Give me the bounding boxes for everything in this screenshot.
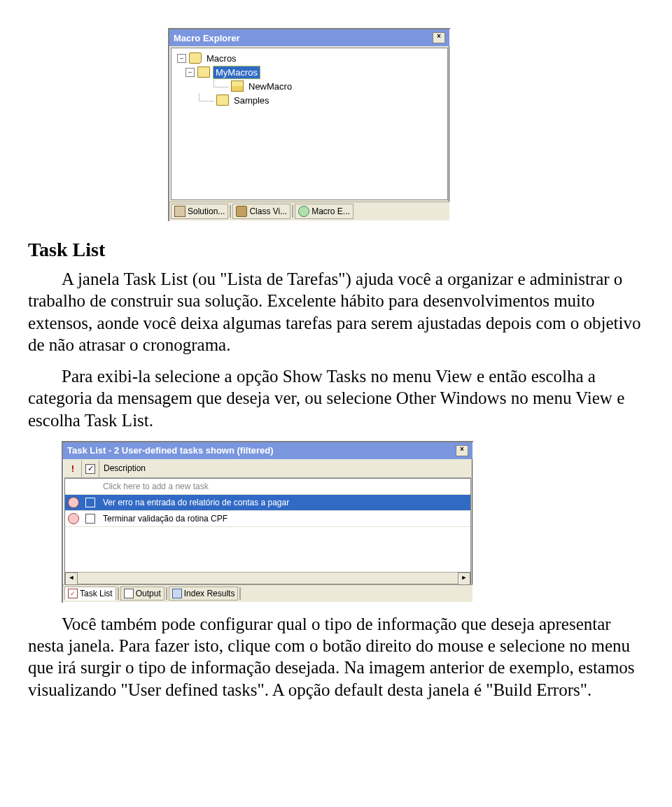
priority-icon [68, 513, 79, 524]
solution-icon [174, 206, 186, 217]
tab-index-results[interactable]: Index Results [169, 587, 239, 601]
scroll-right-icon[interactable]: ► [458, 573, 470, 585]
tab-separator [239, 587, 241, 600]
tab-separator [166, 587, 167, 600]
task-list-window: Task List - 2 User-defined tasks shown (… [62, 441, 474, 603]
section-heading: Task List [28, 239, 644, 261]
tab-label: Output [136, 589, 161, 598]
index-icon [172, 589, 182, 598]
close-icon[interactable]: × [433, 32, 445, 43]
macro-explorer-window: Macro Explorer × − Macros − MyMacros New… [168, 28, 451, 222]
task-row[interactable]: Terminar validação da rotina CPF [65, 511, 470, 527]
task-add-row[interactable]: Click here to add a new task [65, 479, 470, 495]
tree-item-newmacro[interactable]: NewMacro [173, 79, 446, 93]
tab-output[interactable]: Output [120, 587, 164, 601]
col-checkbox[interactable] [82, 461, 99, 477]
tree-label: MyMacros [213, 66, 260, 79]
output-icon [124, 589, 134, 598]
check-icon [85, 464, 95, 474]
col-priority[interactable]: ! [64, 461, 82, 477]
tree-connector [199, 94, 214, 101]
tab-task-list[interactable]: ✓ Task List [64, 587, 116, 601]
priority-icon [68, 497, 79, 508]
tab-separator [118, 587, 119, 600]
task-list-bottom-tabs: ✓ Task List Output Index Results [63, 584, 472, 602]
tab-label: Task List [80, 589, 113, 598]
tree-connector [214, 80, 228, 87]
scroll-left-icon[interactable]: ◄ [65, 573, 78, 585]
tree-label: NewMacro [246, 80, 294, 92]
folder-icon [197, 66, 210, 78]
checkbox-icon[interactable] [85, 514, 95, 524]
macro-explorer-titlebar[interactable]: Macro Explorer × [169, 29, 449, 46]
task-list-body: Click here to add a new task Ver erro na… [64, 478, 471, 584]
close-icon[interactable]: × [456, 445, 468, 456]
macro-tree: − Macros − MyMacros NewMacro Samples [171, 48, 448, 200]
macro-icon [298, 206, 309, 217]
tab-separator [230, 205, 231, 218]
checkbox-icon[interactable] [85, 498, 95, 507]
task-row[interactable]: Ver erro na entrada do relatório de cont… [65, 495, 470, 511]
body-paragraph: A janela Task List (ou "Lista de Tarefas… [28, 268, 644, 356]
tab-separator [292, 205, 293, 218]
task-list-titlebar[interactable]: Task List - 2 User-defined tasks shown (… [63, 442, 472, 459]
tree-item-samples[interactable]: Samples [173, 93, 446, 107]
tree-item-mymacros[interactable]: − MyMacros [173, 65, 446, 79]
task-placeholder: Click here to add a new task [99, 479, 470, 494]
task-list-header: ! Description [64, 461, 471, 478]
tab-label: Index Results [184, 589, 235, 598]
class-view-icon [236, 206, 247, 217]
macro-explorer-bottom-tabs: Solution... Class Vi... Macro E... [169, 202, 449, 220]
tab-solution[interactable]: Solution... [171, 204, 228, 219]
folder-icon [216, 94, 229, 106]
body-paragraph: Você também pode configurar qual o tipo … [28, 613, 644, 701]
tab-label: Class Vi... [249, 206, 287, 216]
tree-label: Macros [204, 52, 239, 64]
tab-label: Solution... [188, 206, 225, 216]
horizontal-scrollbar[interactable]: ◄ ► [65, 572, 470, 584]
tree-item-macros[interactable]: − Macros [173, 51, 446, 65]
task-description: Terminar validação da rotina CPF [99, 511, 470, 526]
macro-explorer-title: Macro Explorer [174, 33, 240, 43]
tree-label: Samples [232, 94, 272, 106]
task-list-title: Task List - 2 User-defined tasks shown (… [67, 445, 274, 456]
task-list-icon: ✓ [68, 589, 78, 598]
collapse-icon[interactable]: − [177, 54, 186, 63]
tab-label: Macro E... [312, 206, 350, 216]
macros-icon [189, 52, 202, 64]
col-description[interactable]: Description [99, 461, 471, 477]
task-description: Ver erro na entrada do relatório de cont… [99, 495, 470, 510]
tab-macro-explorer[interactable]: Macro E... [295, 204, 354, 219]
module-icon [231, 80, 244, 92]
collapse-icon[interactable]: − [186, 68, 195, 77]
body-paragraph: Para exibi-la selecione a opção Show Tas… [28, 365, 644, 431]
tab-class-view[interactable]: Class Vi... [232, 204, 290, 219]
